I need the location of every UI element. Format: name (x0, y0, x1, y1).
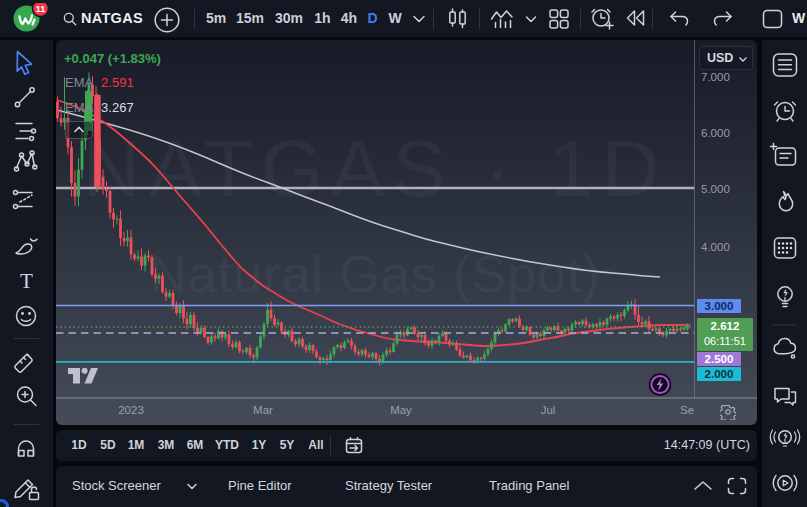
svg-text:T: T (20, 269, 33, 293)
svg-text:NATGAS · 1D: NATGAS · 1D (83, 124, 667, 213)
svg-text:11: 11 (36, 4, 46, 14)
svg-text:Natural Gas (Spot): Natural Gas (Spot) (149, 245, 601, 303)
